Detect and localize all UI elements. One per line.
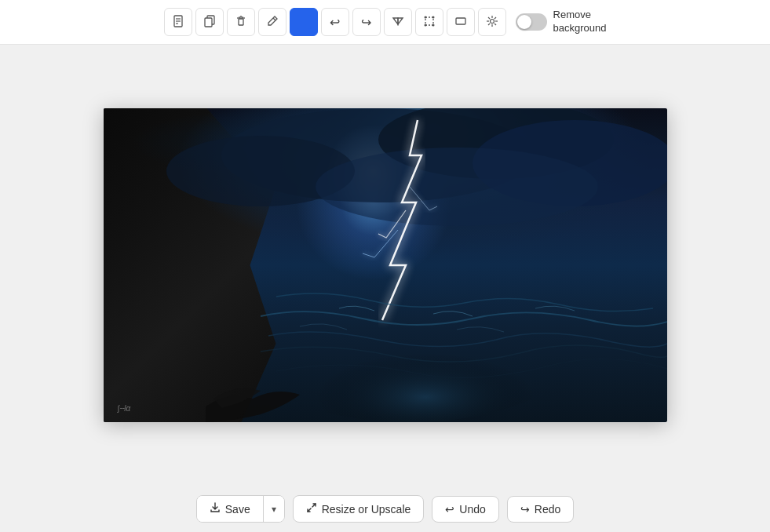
svg-line-27 (494, 17, 495, 19)
copy-button[interactable] (195, 8, 224, 36)
new-file-button[interactable] (164, 8, 192, 36)
delete-button[interactable] (227, 8, 255, 36)
color-button[interactable] (290, 8, 318, 36)
svg-marker-12 (393, 18, 398, 24)
svg-line-25 (488, 17, 490, 19)
storm-svg (104, 108, 667, 422)
resize-upscale-button[interactable]: Resize or Upscale (293, 495, 425, 523)
svg-rect-6 (239, 19, 243, 25)
color-swatch-icon (297, 15, 311, 29)
chevron-down-icon: ▾ (272, 504, 276, 515)
frame-icon (454, 15, 467, 30)
svg-point-34 (316, 148, 598, 226)
transform-icon (423, 15, 436, 30)
flip-icon (392, 15, 404, 30)
sparkle-icon (486, 15, 498, 30)
svg-point-16 (432, 16, 434, 18)
save-icon (210, 502, 221, 516)
image-container: ∫╌lα (104, 108, 667, 422)
svg-line-11 (273, 18, 276, 20)
undo-button[interactable]: ↩ (321, 8, 349, 36)
svg-rect-19 (456, 18, 465, 24)
canvas-area: ∫╌lα (0, 45, 770, 486)
transform-button[interactable] (415, 8, 443, 36)
resize-label: Resize or Upscale (322, 503, 411, 516)
copy-icon (203, 15, 216, 30)
save-group: Save ▾ (196, 495, 285, 523)
trash-icon (235, 15, 247, 30)
effects-button[interactable] (478, 8, 506, 36)
svg-point-18 (432, 24, 434, 26)
undo-action-icon: ↩ (445, 503, 454, 516)
redo-button[interactable]: ↪ (352, 8, 381, 36)
redo-action-icon: ↪ (520, 503, 530, 516)
save-label: Save (225, 503, 250, 516)
undo-action-button[interactable]: ↩ Undo (432, 496, 498, 523)
save-dropdown-button[interactable]: ▾ (264, 496, 284, 522)
top-toolbar: ↩ ↪ (0, 0, 770, 45)
undo-icon: ↩ (330, 15, 340, 30)
remove-background-toggle-container: Remove background (516, 9, 607, 35)
new-file-icon (172, 15, 184, 30)
pencil-icon (266, 15, 279, 30)
svg-point-17 (424, 24, 426, 26)
edit-button[interactable] (258, 8, 286, 36)
svg-point-15 (424, 16, 426, 18)
save-button[interactable]: Save (197, 496, 264, 522)
svg-marker-13 (398, 18, 403, 24)
svg-rect-14 (425, 17, 433, 25)
bottom-toolbar: Save ▾ Resize or Upscale ↩ Undo ↪ Redo (0, 486, 770, 532)
storm-image: ∫╌lα (104, 108, 667, 422)
flip-button[interactable] (384, 8, 412, 36)
undo-action-label: Undo (459, 503, 485, 516)
frame-button[interactable] (447, 8, 475, 36)
remove-background-toggle[interactable] (516, 13, 547, 31)
svg-rect-5 (205, 18, 212, 27)
svg-line-26 (494, 23, 495, 24)
redo-icon: ↪ (361, 15, 371, 30)
redo-action-label: Redo (535, 503, 560, 516)
watermark: ∫╌lα (118, 404, 131, 413)
resize-icon (306, 502, 317, 516)
remove-background-label: Remove background (553, 9, 607, 35)
svg-point-20 (490, 19, 494, 23)
redo-action-button[interactable]: ↪ Redo (507, 496, 574, 523)
svg-line-28 (488, 23, 490, 24)
